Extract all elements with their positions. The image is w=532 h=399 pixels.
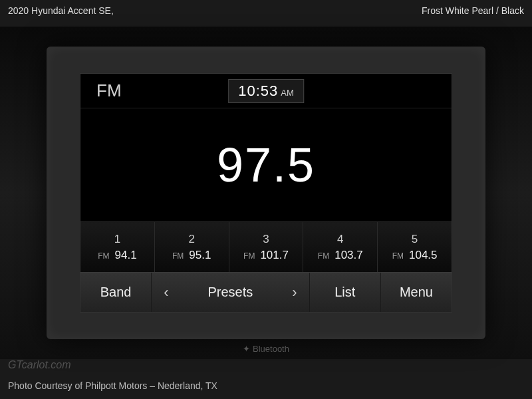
preset-freq: 104.5 (409, 249, 438, 262)
presets-row: 1 FM 94.1 2 FM 95.1 3 FM (80, 221, 452, 272)
preset-band: FM (392, 251, 404, 261)
page-header: 2020 Hyundai Accent SE, Frost White Pear… (8, 5, 524, 16)
color-scheme: Frost White Pearl / Black (422, 5, 524, 16)
preset-freq: 101.7 (260, 249, 289, 262)
preset-freq: 94.1 (115, 249, 137, 262)
vehicle-name: 2020 Hyundai Accent SE, (8, 5, 114, 16)
status-bar: FM 10:53 AM (80, 74, 452, 108)
presets-control: ‹ Presets › (152, 273, 309, 312)
controls-row: Band ‹ Presets › List Menu (80, 272, 452, 312)
watermark: GTcarlot.com (8, 359, 71, 371)
infotainment-screen: FM 10:53 AM 97.5 1 FM 94.1 2 (80, 73, 452, 313)
preset-4[interactable]: 4 FM 103.7 (303, 222, 378, 272)
bluetooth-indicator: ✦ Bluetooth (243, 344, 289, 354)
preset-band: FM (318, 251, 329, 261)
dashboard-photo: FM 10:53 AM 97.5 1 FM 94.1 2 (0, 27, 532, 359)
preset-band: FM (172, 251, 184, 261)
screen-bezel: FM 10:53 AM 97.5 1 FM 94.1 2 (47, 47, 485, 339)
preset-number: 2 (188, 233, 194, 246)
clock-time: 10:53 (238, 82, 278, 100)
preset-freq: 103.7 (334, 249, 363, 262)
preset-number: 4 (337, 233, 343, 246)
presets-prev-icon[interactable]: ‹ (160, 284, 172, 301)
preset-2[interactable]: 2 FM 95.1 (155, 222, 229, 272)
photo-credit: Photo Courtesy of Philpott Motors – Nede… (8, 380, 217, 391)
bluetooth-label: Bluetooth (253, 344, 289, 354)
preset-5[interactable]: 5 FM 104.5 (378, 222, 452, 272)
preset-number: 5 (412, 233, 418, 246)
frequency-value: 97.5 (217, 138, 315, 192)
clock-ampm: AM (281, 88, 294, 98)
preset-band: FM (98, 251, 109, 261)
bluetooth-icon: ✦ (243, 344, 250, 354)
list-button[interactable]: List (310, 273, 381, 312)
menu-button[interactable]: Menu (381, 273, 452, 312)
current-band: FM (80, 80, 122, 101)
presets-label[interactable]: Presets (208, 285, 253, 300)
clock: 10:53 AM (228, 79, 304, 103)
preset-number: 1 (114, 233, 120, 246)
preset-1[interactable]: 1 FM 94.1 (80, 222, 155, 272)
presets-next-icon[interactable]: › (288, 284, 301, 301)
frequency-display: 97.5 (80, 108, 452, 221)
band-button[interactable]: Band (80, 273, 152, 312)
preset-band: FM (243, 251, 255, 261)
preset-3[interactable]: 3 FM 101.7 (229, 222, 304, 272)
preset-freq: 95.1 (189, 249, 211, 262)
preset-number: 3 (263, 233, 269, 246)
